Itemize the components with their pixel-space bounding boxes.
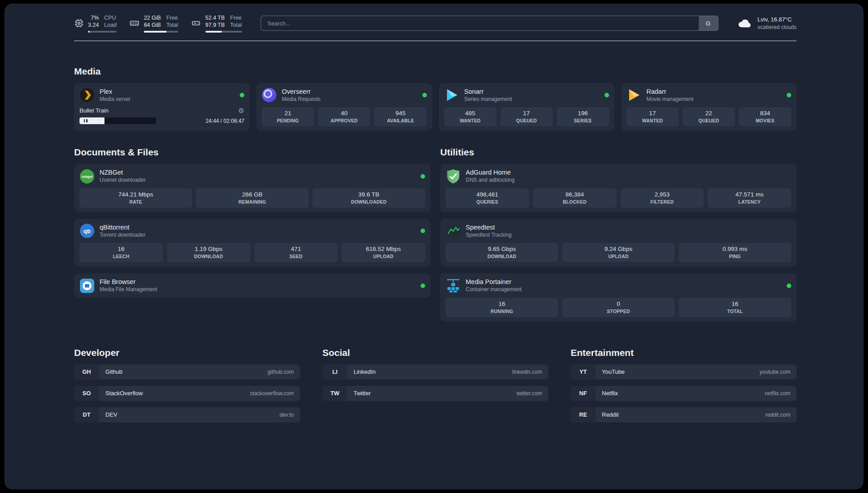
stat-filtered: 2,953FILTERED bbox=[621, 188, 704, 208]
service-card-radarr[interactable]: Radarr Movie management 17WANTED 22QUEUE… bbox=[621, 83, 797, 131]
bookmark-url: linkedin.com bbox=[512, 369, 542, 375]
weather-widget: Lviv, 16.87°C scattered clouds bbox=[737, 16, 797, 31]
service-card-portainer[interactable]: Media Portainer Container management 16R… bbox=[440, 273, 797, 321]
topbar-divider bbox=[74, 41, 797, 42]
cpu-load: 3.24 bbox=[88, 21, 99, 29]
stat-seed: 471SEED bbox=[255, 243, 338, 262]
now-playing-title: Bullet Train bbox=[79, 107, 108, 114]
status-badge bbox=[240, 93, 244, 97]
bookmark-url: stackoverflow.com bbox=[250, 390, 294, 397]
bookmark-url: dev.to bbox=[280, 412, 294, 418]
service-card-sonarr[interactable]: Sonarr Series management 485WANTED 17QUE… bbox=[439, 83, 614, 131]
bookmark-name: Reddit bbox=[602, 411, 619, 418]
bookmark-linkedin[interactable]: LI LinkedInlinkedin.com bbox=[322, 364, 548, 380]
disk-free: 52.4 TB bbox=[205, 14, 225, 21]
weather-condition: scattered clouds bbox=[758, 24, 797, 31]
bookmark-stackoverflow[interactable]: SO StackOverflowstackoverflow.com bbox=[74, 386, 300, 401]
service-desc: Usenet downloader bbox=[100, 177, 146, 184]
playback-time: 24:44 / 02:06:47 bbox=[206, 118, 245, 124]
bookmark-url: github.com bbox=[267, 369, 294, 375]
stat-wanted: 17WANTED bbox=[626, 107, 679, 126]
ram-label-2: Total bbox=[166, 21, 178, 29]
ram-free: 22 GiB bbox=[144, 14, 161, 21]
ram-icon bbox=[129, 18, 140, 28]
stat-upload: 9.24 GbpsUPLOAD bbox=[562, 243, 675, 262]
bookmark-reddit[interactable]: RE Redditreddit.com bbox=[571, 407, 797, 422]
service-name: Sonarr bbox=[464, 88, 512, 96]
bookmark-url: youtube.com bbox=[760, 369, 790, 375]
bookmark-github[interactable]: GH Githubgithub.com bbox=[74, 364, 300, 380]
stat-blocked: 86,384BLOCKED bbox=[533, 188, 617, 208]
service-desc: DNS and adblocking bbox=[466, 177, 514, 184]
filebrowser-icon bbox=[79, 278, 95, 293]
stat-movies: 834MOVIES bbox=[739, 107, 791, 126]
stat-upload: 618.52 MbpsUPLOAD bbox=[342, 243, 425, 262]
service-desc: Speedtest Tracking bbox=[466, 232, 512, 239]
service-card-adguard[interactable]: AdGuard Home DNS and adblocking 498,461Q… bbox=[440, 164, 797, 212]
disk-total: 97.9 TB bbox=[205, 21, 225, 29]
portainer-icon bbox=[446, 278, 461, 293]
service-card-filebrowser[interactable]: File Browser Media File Management bbox=[74, 273, 430, 297]
ram-progress-bar bbox=[144, 31, 178, 33]
service-card-plex[interactable]: Plex Media server Bullet Train ⚙ bbox=[74, 83, 250, 131]
service-name: NZBGet bbox=[100, 168, 146, 177]
stat-available: 945AVAILABLE bbox=[374, 107, 426, 126]
stat-download: 1.19 GbpsDOWNLOAD bbox=[167, 243, 250, 262]
cpu-label-1: CPU bbox=[104, 14, 117, 21]
bookmark-group-developer: Developer GH Githubgithub.com SO StackOv… bbox=[74, 347, 300, 429]
bookmark-abbr: NF bbox=[571, 386, 596, 401]
bookmark-twitter[interactable]: TW Twittertwitter.com bbox=[322, 386, 548, 401]
pause-icon[interactable] bbox=[79, 117, 92, 124]
bookmark-youtube[interactable]: YT YouTubeyoutube.com bbox=[571, 364, 797, 380]
adguard-icon bbox=[446, 169, 461, 184]
bookmark-netflix[interactable]: NF Netflixnetflix.com bbox=[571, 386, 797, 401]
stat-queued: 17QUEUED bbox=[501, 107, 553, 126]
status-badge bbox=[421, 174, 425, 179]
status-badge bbox=[787, 93, 791, 97]
service-card-qbittorrent[interactable]: qb qBittorrent Torrent downloader bbox=[74, 219, 430, 267]
service-card-speedtest[interactable]: Speedtest Speedtest Tracking 9.65 GbpsDO… bbox=[440, 219, 797, 267]
service-name: Speedtest bbox=[466, 223, 512, 232]
ram-label-1: Free bbox=[166, 14, 178, 21]
ram-total: 64 GiB bbox=[144, 21, 161, 29]
svg-text:nzbget: nzbget bbox=[82, 175, 93, 179]
dashboard-panel: 7% 3.24 CPU Load bbox=[4, 4, 864, 489]
bookmark-url: netflix.com bbox=[765, 390, 790, 397]
section-heading-documents: Documents & Files bbox=[74, 147, 430, 158]
bookmark-name: LinkedIn bbox=[354, 368, 376, 375]
service-card-nzbget[interactable]: nzbget NZBGet Usenet downloader 74 bbox=[74, 164, 430, 212]
status-badge bbox=[605, 93, 609, 97]
bookmark-group-entertainment: Entertainment YT YouTubeyoutube.com NF N… bbox=[571, 347, 797, 429]
service-desc: Media server bbox=[100, 96, 130, 103]
stat-latency: 47.571 msLATENCY bbox=[708, 188, 791, 208]
service-name: Radarr bbox=[647, 88, 693, 96]
service-card-overseerr[interactable]: Overseerr Media Requests 21PENDING 40APP… bbox=[256, 83, 432, 131]
bookmark-dev[interactable]: DT DEVdev.to bbox=[74, 407, 300, 422]
disk-progress-bar bbox=[205, 31, 242, 33]
overseerr-icon bbox=[262, 88, 277, 103]
bookmark-name: Netflix bbox=[602, 390, 618, 397]
stat-stopped: 0STOPPED bbox=[562, 298, 675, 317]
stat-rate: 744.21 MbpsRATE bbox=[79, 188, 192, 208]
ram-metric: 22 GiB 64 GiB Free Total bbox=[129, 14, 178, 33]
section-heading-utilities: Utilities bbox=[440, 147, 797, 158]
bookmark-abbr: LI bbox=[322, 364, 347, 380]
search-provider-button[interactable]: G bbox=[699, 16, 718, 31]
bookmark-url: twitter.com bbox=[517, 390, 542, 397]
cpu-label-2: Load bbox=[104, 21, 117, 29]
service-desc: Media Requests bbox=[282, 96, 321, 103]
topbar: 7% 3.24 CPU Load bbox=[74, 14, 797, 33]
stat-pending: 21PENDING bbox=[262, 107, 314, 126]
gear-icon[interactable]: ⚙ bbox=[238, 107, 244, 114]
speedtest-icon bbox=[446, 223, 461, 238]
search-input[interactable] bbox=[261, 16, 699, 31]
playback-progress-bar[interactable] bbox=[92, 117, 156, 124]
stat-queued: 22QUEUED bbox=[683, 107, 735, 126]
bookmark-name: Twitter bbox=[354, 390, 371, 397]
svg-text:qb: qb bbox=[83, 228, 91, 234]
stat-running: 16RUNNING bbox=[446, 298, 558, 317]
bookmark-abbr: YT bbox=[571, 364, 596, 380]
bookmark-abbr: RE bbox=[571, 407, 596, 422]
disk-label-1: Free bbox=[230, 14, 242, 21]
qbittorrent-icon: qb bbox=[79, 223, 95, 238]
